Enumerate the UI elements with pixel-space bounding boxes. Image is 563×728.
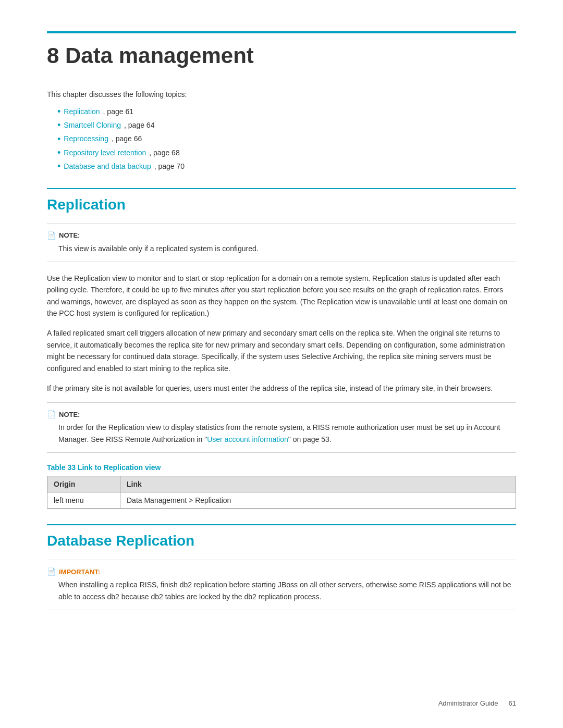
note-box-2: 📄 NOTE: In order for the Replication vie… (47, 402, 516, 453)
intro-text: This chapter discusses the following top… (47, 89, 516, 100)
toc-item-backup: Database and data backup , page 70 (57, 161, 516, 172)
chapter-title: 8 Data management (47, 31, 516, 68)
toc-item-replication: Replication , page 61 (57, 106, 516, 117)
toc-link-smartcell[interactable]: Smartcell Cloning (64, 119, 121, 131)
important-text: When installing a replica RISS, finish d… (58, 579, 516, 602)
important-box: 📄 IMPORTANT: When installing a replica R… (47, 560, 516, 610)
user-account-link[interactable]: User account information (207, 435, 288, 443)
table-cell-link: Data Management > Replication (120, 492, 516, 509)
note-icon-1: 📄 (47, 231, 56, 240)
footer-page: 61 (509, 699, 516, 707)
note2-text: In order for the Replication view to dis… (58, 422, 516, 445)
note-icon-2: 📄 (47, 410, 56, 418)
note1-text: This view is available only if a replica… (58, 243, 516, 254)
section-title-replication: Replication (47, 188, 516, 213)
toc-link-reprocessing[interactable]: Reprocessing (64, 133, 108, 144)
note-box-1: 📄 NOTE: This view is available only if a… (47, 224, 516, 262)
table-cell-origin: left menu (47, 492, 120, 509)
important-label: 📄 IMPORTANT: (47, 567, 516, 576)
table-header-link: Link (120, 476, 516, 492)
note-label-2: 📄 NOTE: (47, 410, 516, 418)
toc-list: Replication , page 61 Smartcell Cloning … (57, 106, 516, 172)
toc-item-repository: Repository level retention , page 68 (57, 147, 516, 158)
table-caption: Table 33 Link to Replication view (47, 463, 516, 472)
replication-para3: If the primary site is not available for… (47, 382, 516, 394)
important-icon: 📄 (47, 567, 56, 576)
replication-para2: A failed replicated smart cell triggers … (47, 327, 516, 374)
toc-link-replication[interactable]: Replication (64, 106, 100, 117)
section-title-db-replication: Database Replication (47, 524, 516, 549)
toc-link-backup[interactable]: Database and data backup (64, 161, 151, 172)
replication-table: Origin Link left menu Data Management > … (47, 476, 516, 509)
toc-link-repository[interactable]: Repository level retention (64, 147, 146, 158)
toc-item-reprocessing: Reprocessing , page 66 (57, 133, 516, 144)
table-header-origin: Origin (47, 476, 120, 492)
table-row: left menu Data Management > Replication (47, 492, 516, 509)
footer-guide: Administrator Guide (438, 699, 498, 707)
replication-para1: Use the Replication view to monitor and … (47, 273, 516, 319)
note-label-1: 📄 NOTE: (47, 231, 516, 240)
toc-item-smartcell: Smartcell Cloning , page 64 (57, 119, 516, 131)
page-footer: Administrator Guide 61 (438, 699, 516, 707)
table-header-row: Origin Link (47, 476, 516, 492)
